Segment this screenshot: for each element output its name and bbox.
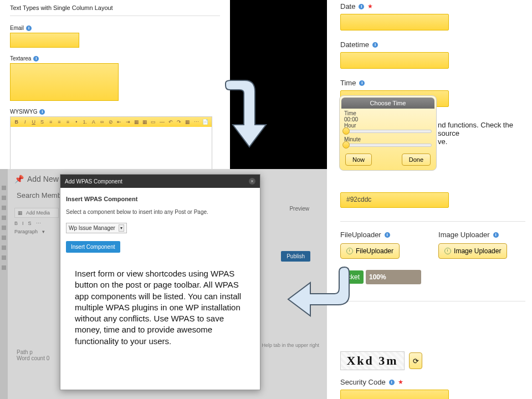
sidebar-icon[interactable] <box>2 236 6 240</box>
bold-icon[interactable]: B <box>14 221 18 226</box>
italic-icon[interactable]: I <box>22 221 24 226</box>
sidebar-icon[interactable] <box>2 216 6 220</box>
color-icon[interactable]: A <box>91 119 96 125</box>
chevron-down-icon: ▾ <box>119 224 124 232</box>
align-left-icon[interactable]: ≡ <box>48 119 53 125</box>
datetime-input[interactable] <box>340 52 449 69</box>
fileuploader-label: FileUploader i <box>340 231 400 239</box>
modal-heading: Insert WPAS Component <box>66 196 254 202</box>
select-value: Wp Issue Manager <box>69 225 115 231</box>
outdent-icon[interactable]: ⇤ <box>116 119 121 125</box>
media-icon: ▦ <box>18 210 23 216</box>
modal-subtext: Select a component below to insert into … <box>66 209 254 215</box>
textarea-field-block: Textarea i <box>10 54 220 101</box>
sidebar-icon[interactable] <box>2 245 6 250</box>
add-wpas-component-modal: Add WPAS Component × Insert WPAS Compone… <box>60 174 260 390</box>
italic-icon[interactable]: I <box>22 119 27 125</box>
modal-description: Insert form or view shortcodes using WPA… <box>66 268 254 347</box>
video-icon[interactable]: ▭ <box>151 119 156 125</box>
editor-footer: Path p Word count 0 <box>17 349 49 361</box>
time-label-text: Time <box>340 79 356 87</box>
wordcount-text: Word count 0 <box>17 355 49 361</box>
image-icon[interactable]: ▦ <box>134 119 139 125</box>
datetime-label: Datetime i <box>340 40 525 49</box>
flow-arrow-left <box>284 262 356 328</box>
captcha-row: Xkd 3m ⟳ <box>340 351 525 370</box>
sidebar-icon[interactable] <box>2 206 6 210</box>
hour-slider[interactable] <box>344 130 432 133</box>
insert-component-button[interactable]: Insert Component <box>66 241 120 253</box>
info-icon: i <box>359 80 365 86</box>
preview-button[interactable]: Preview <box>289 206 309 212</box>
pin-icon: 📌 <box>14 175 24 183</box>
redo-icon[interactable]: ↷ <box>177 119 182 125</box>
hour-slider-handle[interactable] <box>342 127 350 135</box>
path-text: Path p <box>17 349 49 355</box>
minute-slider-handle[interactable] <box>342 141 350 149</box>
minute-slider[interactable] <box>344 144 432 147</box>
strike-icon[interactable]: S <box>39 119 44 125</box>
table-icon[interactable]: ▦ <box>142 119 147 125</box>
page-heading: 📌 Add New <box>14 175 59 183</box>
add-media-button[interactable]: ▦ Add Media <box>14 208 59 218</box>
date-label-text: Date <box>340 2 355 11</box>
indent-icon[interactable]: ⇥ <box>125 119 130 125</box>
info-icon: i <box>385 232 390 238</box>
unlink-icon[interactable]: ⊘ <box>108 119 113 125</box>
time-value: 00:00 <box>340 116 436 122</box>
wysiwyg-toolbar: B I U S ≡ ≡ ≡ • 1. A ∞ ⊘ ⇤ ⇥ ▦ ▦ ▭ — ↶ ↷ <box>11 117 212 127</box>
sidebar-icon[interactable] <box>2 255 6 260</box>
required-icon: ★ <box>367 3 373 10</box>
sidebar-icon[interactable] <box>2 186 6 190</box>
more-icon[interactable]: ⋯ <box>36 221 41 226</box>
sidebar-icon[interactable] <box>2 226 6 230</box>
required-icon: ★ <box>398 378 403 386</box>
security-code-input[interactable] <box>340 390 449 399</box>
component-select[interactable]: Wp Issue Manager ▾ <box>66 223 127 233</box>
strike-icon[interactable]: S <box>28 221 32 226</box>
captcha-reload-button[interactable]: ⟳ <box>409 352 422 369</box>
publish-button[interactable]: Publish <box>281 251 310 262</box>
email-field-block: Email i <box>10 24 220 48</box>
sidebar-icon[interactable] <box>2 196 6 200</box>
info-icon: i <box>493 232 499 238</box>
imageuploader-button[interactable]: Image Uploader <box>438 243 507 259</box>
time-label: Time i <box>340 79 525 87</box>
time-picker-header: Choose Time <box>341 98 434 109</box>
align-right-icon[interactable]: ≡ <box>65 119 70 125</box>
color-input[interactable]: #92cddc <box>340 192 449 208</box>
imageuploader-label: Image Uploader i <box>438 231 507 239</box>
sidebar-icon[interactable] <box>2 265 6 270</box>
wysiwyg-field-block: WYSIWYG i B I U S ≡ ≡ ≡ • 1. A ∞ ⊘ ⇤ ⇥ ▦… <box>10 108 220 172</box>
underline-icon[interactable]: U <box>31 119 36 125</box>
time-word: Time <box>340 110 436 116</box>
info-icon: i <box>359 4 364 9</box>
progress-bar: 100% <box>366 270 421 284</box>
datetime-label-text: Datetime <box>340 40 369 49</box>
textarea-input[interactable] <box>10 63 119 101</box>
modal-body: Insert WPAS Component Select a component… <box>60 188 260 355</box>
list-ol-icon[interactable]: 1. <box>83 119 88 125</box>
wysiwyg-body[interactable] <box>11 127 212 171</box>
hr-icon[interactable]: — <box>160 119 165 125</box>
reload-icon: ⟳ <box>413 357 419 365</box>
link-icon[interactable]: ∞ <box>100 119 105 125</box>
search-members-text: Search Memb <box>17 191 62 200</box>
close-icon[interactable]: × <box>249 178 255 185</box>
email-input[interactable] <box>10 33 79 48</box>
date-input[interactable] <box>340 14 449 30</box>
fileuploader-button[interactable]: FileUploader <box>340 243 400 259</box>
done-button[interactable]: Done <box>402 154 431 166</box>
align-center-icon[interactable]: ≡ <box>57 119 62 125</box>
help-hint: Help tab in the upper right <box>262 342 319 348</box>
calendar-icon[interactable]: ▦ <box>185 119 190 125</box>
undo-icon[interactable]: ↶ <box>168 119 173 125</box>
now-button[interactable]: Now <box>345 154 372 166</box>
bold-icon[interactable]: B <box>14 119 19 125</box>
more-icon[interactable]: ⋯ <box>194 119 199 125</box>
flow-arrow-down <box>217 78 273 155</box>
doc-icon[interactable]: 📄 <box>202 119 208 125</box>
list-ul-icon[interactable]: • <box>74 119 79 125</box>
minute-label: Minute <box>340 136 436 142</box>
hour-label: Hour <box>340 122 436 129</box>
